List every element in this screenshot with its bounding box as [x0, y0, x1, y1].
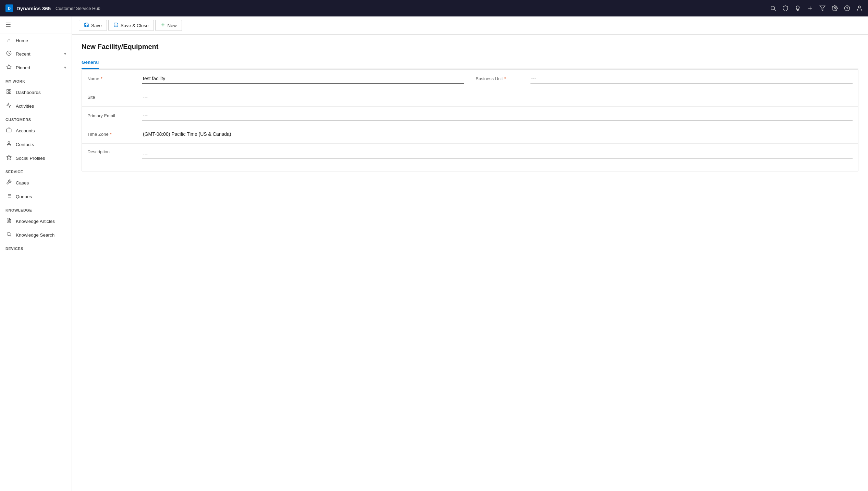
- user-icon[interactable]: [856, 5, 863, 11]
- content-area: Save Save & Close New New Facility/Equip…: [72, 16, 868, 491]
- svg-rect-14: [7, 129, 11, 132]
- help-icon[interactable]: [844, 5, 850, 11]
- sidebar-item-recent[interactable]: Recent ▾: [0, 47, 72, 61]
- accounts-icon: [5, 127, 12, 134]
- sidebar-item-activities[interactable]: Activities: [0, 99, 72, 113]
- name-required: *: [101, 76, 102, 81]
- sidebar-item-knowledge-search[interactable]: Knowledge Search: [0, 228, 72, 242]
- sidebar-item-accounts-label: Accounts: [16, 128, 35, 133]
- svg-marker-16: [7, 155, 11, 159]
- form-row-primary-email: Primary Email ---: [82, 107, 858, 125]
- business-unit-required: *: [504, 76, 506, 81]
- create-icon[interactable]: [807, 5, 813, 11]
- timezone-value[interactable]: (GMT-08:00) Pacific Time (US & Canada): [142, 130, 853, 139]
- svg-rect-13: [9, 92, 11, 94]
- sidebar-item-home[interactable]: ⌂ Home: [0, 34, 72, 47]
- chevron-down-icon-pinned: ▾: [64, 65, 66, 70]
- new-button[interactable]: New: [155, 20, 182, 31]
- timezone-required: *: [110, 132, 112, 137]
- sidebar-item-knowledge-articles-label: Knowledge Articles: [16, 219, 55, 224]
- svg-point-0: [771, 6, 775, 10]
- toolbar: Save Save & Close New: [72, 16, 868, 35]
- primary-email-label: Primary Email: [87, 113, 142, 118]
- sidebar-item-queues[interactable]: Queues: [0, 190, 72, 203]
- form-row-description: Description ---: [82, 144, 858, 171]
- form-area: New Facility/Equipment General Name * t: [72, 35, 868, 491]
- svg-line-1: [774, 9, 775, 11]
- sidebar-item-dashboards-label: Dashboards: [16, 90, 41, 95]
- sidebar-item-accounts[interactable]: Accounts: [0, 124, 72, 137]
- sidebar-item-contacts-label: Contacts: [16, 142, 34, 147]
- svg-rect-10: [7, 89, 9, 91]
- sidebar-item-recent-label: Recent: [16, 51, 30, 57]
- svg-point-15: [8, 142, 10, 143]
- site-col: Site ---: [82, 88, 858, 106]
- chevron-down-icon: ▾: [64, 51, 66, 56]
- sidebar-item-social-profiles[interactable]: Social Profiles: [0, 151, 72, 165]
- save-icon: [84, 22, 89, 28]
- sidebar-item-pinned[interactable]: Pinned ▾: [0, 61, 72, 74]
- dynamics-logo: D: [5, 4, 13, 12]
- site-value[interactable]: ---: [142, 93, 853, 102]
- queues-icon: [5, 193, 12, 200]
- section-label-customers: Customers: [0, 113, 72, 124]
- sidebar-item-knowledge-search-label: Knowledge Search: [16, 232, 54, 238]
- sidebar-item-activities-label: Activities: [16, 104, 34, 109]
- business-unit-value[interactable]: ---: [530, 74, 853, 84]
- save-close-icon: [113, 22, 119, 28]
- timezone-label: Time Zone *: [87, 132, 142, 137]
- name-col: Name * test facility: [82, 70, 470, 88]
- contacts-icon: [5, 141, 12, 148]
- knowledge-search-icon: [5, 231, 12, 238]
- svg-rect-11: [9, 89, 11, 91]
- sidebar-item-pinned-label: Pinned: [16, 65, 30, 70]
- sidebar-item-queues-label: Queues: [16, 194, 32, 199]
- topbar: D Dynamics 365 Customer Service Hub: [0, 0, 868, 16]
- sidebar-item-contacts[interactable]: Contacts: [0, 137, 72, 151]
- dashboards-icon: [5, 89, 12, 96]
- business-unit-col: Business Unit * ---: [470, 70, 858, 88]
- recent-icon: [5, 50, 12, 57]
- sidebar-item-cases[interactable]: Cases: [0, 176, 72, 190]
- section-label-mywork: My Work: [0, 74, 72, 85]
- pin-icon: [5, 64, 12, 71]
- description-col: Description ---: [82, 144, 858, 163]
- search-icon[interactable]: [770, 5, 776, 11]
- settings-icon[interactable]: [832, 5, 838, 11]
- sidebar: ☰ ⌂ Home Recent ▾ Pinned ▾ My Work Das: [0, 16, 72, 491]
- knowledge-articles-icon: [5, 218, 12, 225]
- svg-point-5: [834, 8, 836, 9]
- svg-line-26: [10, 235, 11, 237]
- svg-point-8: [858, 6, 860, 8]
- hamburger-button[interactable]: ☰: [5, 21, 11, 29]
- brand-name: Dynamics 365: [16, 5, 51, 11]
- tab-general[interactable]: General: [82, 56, 99, 69]
- save-button[interactable]: Save: [79, 20, 107, 31]
- sidebar-item-dashboards[interactable]: Dashboards: [0, 85, 72, 99]
- section-label-service: Service: [0, 165, 72, 176]
- description-label: Description: [87, 149, 142, 154]
- shield-icon[interactable]: [782, 5, 788, 11]
- social-profiles-icon: [5, 155, 12, 161]
- section-label-devices: Devices: [0, 242, 72, 253]
- home-icon: ⌂: [5, 37, 12, 44]
- save-close-label: Save & Close: [121, 23, 149, 28]
- name-value[interactable]: test facility: [142, 74, 464, 84]
- business-unit-label: Business Unit *: [476, 76, 530, 81]
- site-label: Site: [87, 95, 142, 100]
- sidebar-item-home-label: Home: [16, 38, 28, 43]
- filter-icon[interactable]: [819, 5, 826, 11]
- form-row-site: Site ---: [82, 88, 858, 107]
- app-name: Customer Service Hub: [56, 6, 100, 11]
- description-value[interactable]: ---: [142, 149, 853, 159]
- sidebar-item-cases-label: Cases: [16, 180, 29, 185]
- sidebar-top: ☰: [0, 16, 72, 34]
- section-label-knowledge: Knowledge: [0, 203, 72, 214]
- lightbulb-icon[interactable]: [795, 5, 801, 11]
- form-row-name: Name * test facility Business Unit * ---: [82, 70, 858, 88]
- primary-email-value[interactable]: ---: [142, 111, 853, 121]
- save-close-button[interactable]: Save & Close: [108, 20, 154, 31]
- new-label: New: [168, 23, 177, 28]
- primary-email-col: Primary Email ---: [82, 107, 858, 125]
- sidebar-item-knowledge-articles[interactable]: Knowledge Articles: [0, 214, 72, 228]
